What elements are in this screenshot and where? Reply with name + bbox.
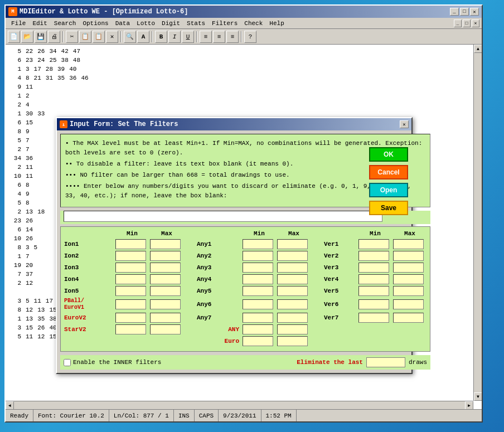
ver3-min-input[interactable] [358,263,389,273]
pball-min-input[interactable] [115,299,146,309]
menu-search[interactable]: Search [51,20,80,27]
toolbar-help[interactable]: ? [244,31,256,43]
ion4-min-input[interactable] [115,274,146,284]
ion5-max-input[interactable] [150,286,181,296]
eliminate-draws-input[interactable] [366,357,405,367]
filter-row-5: Ion5 Any5 Ver5 [64,286,427,296]
any-max-input[interactable] [277,324,308,334]
any1-max-input[interactable] [277,239,308,249]
ver2-min-input[interactable] [358,251,389,261]
pball-max-input[interactable] [150,299,181,309]
toolbar-print[interactable]: 🖨 [48,31,60,43]
ver1-min-input[interactable] [358,239,389,249]
any2-min-input[interactable] [243,251,273,261]
col2-label [197,230,241,237]
ver3-max-input[interactable] [393,263,424,273]
starv2-min-input[interactable] [115,324,146,334]
menu-options[interactable]: Options [79,20,112,27]
any5-max-input[interactable] [277,286,308,296]
ion2-min-input[interactable] [115,251,146,261]
toolbar-align-left[interactable]: ≡ [200,31,212,43]
maximize-button[interactable]: □ [460,8,469,16]
title-bar-left: M MDIEditor & Lotto WE - [Optimized Lott… [8,7,188,16]
any3-max-input[interactable] [277,263,308,273]
toolbar-copy[interactable]: 📋 [79,31,91,43]
toolbar-open[interactable]: 📂 [21,31,33,43]
ver4-min-input[interactable] [358,274,389,284]
menu-help[interactable]: Help [266,20,287,27]
ver5-max-input[interactable] [393,286,424,296]
menu-restore-button[interactable]: □ [463,20,471,27]
save-button[interactable]: Save [369,201,408,215]
menu-file[interactable]: File [8,20,29,27]
modal-close-button[interactable]: ✕ [400,120,409,128]
toolbar-paste[interactable]: 📋 [93,31,105,43]
toolbar-delete[interactable]: ✕ [106,31,118,43]
minimize-button[interactable]: _ [450,8,459,16]
ver7-max-input[interactable] [393,313,424,323]
ion5-label: Ion5 [64,288,114,294]
ver6-min-input[interactable] [358,299,389,309]
toolbar-bold[interactable]: B [155,31,167,43]
app-title: MDIEditor & Lotto WE - [Optimized Lotto-… [20,8,188,16]
menu-data[interactable]: Data [112,20,133,27]
menu-check[interactable]: Check [241,20,266,27]
ver2-max-input[interactable] [393,251,424,261]
content-area: 52226344247 62324253848 1317283940 48213… [6,45,482,409]
ion3-min-input[interactable] [115,263,146,273]
eurov2-max-input[interactable] [150,313,181,323]
ok-button[interactable]: OK [369,147,408,162]
any3-min-input[interactable] [243,263,273,273]
any1-min-input[interactable] [243,239,273,249]
menu-stats[interactable]: Stats [183,20,209,27]
any7-max-input[interactable] [277,313,308,323]
ver6-max-input[interactable] [393,299,424,309]
ver1-max-input[interactable] [393,239,424,249]
eliminate-text-input[interactable] [64,211,382,222]
ver4-max-input[interactable] [393,274,424,284]
enable-inner-checkbox[interactable] [64,359,71,366]
toolbar-align-center[interactable]: ≡ [213,31,225,43]
euro-min-input[interactable] [243,336,273,346]
ver7-min-input[interactable] [358,313,389,323]
ion1-max-input[interactable] [150,239,181,249]
ver5-min-input[interactable] [358,286,389,296]
toolbar-cut[interactable]: ✂ [66,31,78,43]
close-button[interactable]: ✕ [470,8,479,16]
ion5-min-input[interactable] [115,286,146,296]
menu-digit[interactable]: Digit [158,20,183,27]
menu-edit[interactable]: Edit [29,20,50,27]
toolbar-underline[interactable]: U [182,31,194,43]
toolbar-align-right[interactable]: ≡ [226,31,239,43]
toolbar-save[interactable]: 💾 [35,31,47,43]
any6-min-input[interactable] [243,299,273,309]
euro-max-input[interactable] [277,336,308,346]
title-bar: M MDIEditor & Lotto WE - [Optimized Lott… [6,6,482,18]
toolbar-font[interactable]: A [137,31,149,43]
starv2-max-input[interactable] [150,324,181,334]
menu-close-button[interactable]: ✕ [472,20,479,27]
ion4-max-input[interactable] [150,274,181,284]
any6-max-input[interactable] [277,299,308,309]
bottom-area: Enable the INNER filters Eliminate the l… [60,355,430,370]
euro-label: Euro [197,338,241,344]
ion2-max-input[interactable] [150,251,181,261]
toolbar-search[interactable]: 🔍 [124,31,136,43]
any5-min-input[interactable] [243,286,273,296]
open-button[interactable]: Open [369,183,408,197]
any-min-input[interactable] [243,324,273,334]
cancel-button[interactable]: Cancel [369,165,408,179]
menu-lotto[interactable]: Lotto [133,20,158,27]
ion3-max-input[interactable] [150,263,181,273]
menu-filters[interactable]: Filters [209,20,241,27]
any2-max-input[interactable] [277,251,308,261]
any7-min-input[interactable] [243,313,273,323]
any4-max-input[interactable] [277,274,308,284]
any4-min-input[interactable] [243,274,273,284]
toolbar-italic[interactable]: I [168,31,181,43]
ion1-min-input[interactable] [115,239,146,249]
eurov2-min-input[interactable] [115,313,146,323]
menu-minimize-button[interactable]: _ [454,20,462,27]
toolbar-new[interactable]: 📄 [8,31,20,43]
any7-label: Any7 [197,314,241,321]
